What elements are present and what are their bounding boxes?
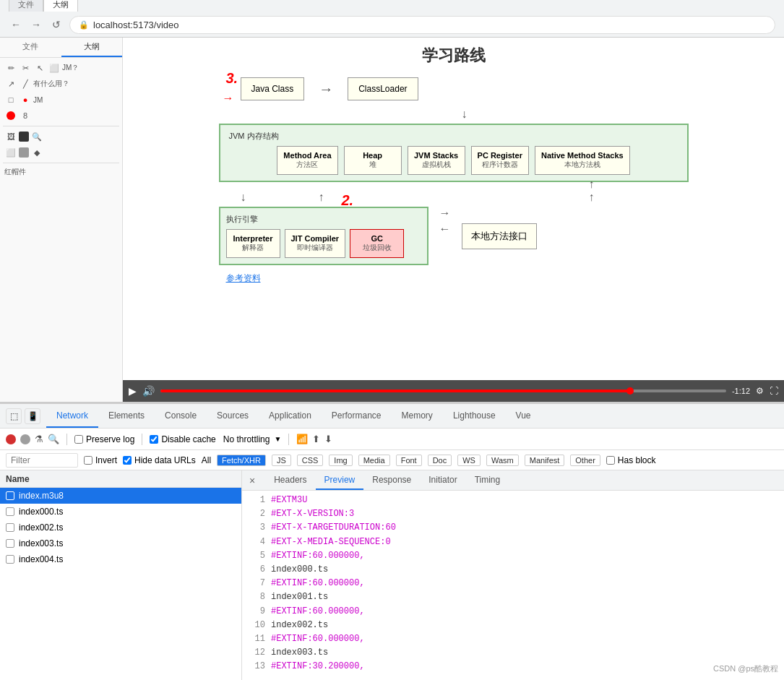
arrow-left: → (223, 92, 234, 105)
network-row-002[interactable]: index002.ts (0, 520, 241, 535)
arrow-icon[interactable]: ↗ (4, 77, 17, 90)
square-black-icon[interactable] (19, 132, 29, 142)
jvm-box-heap: Heap 堆 (344, 146, 402, 175)
checkbox-004[interactable] (6, 555, 14, 564)
response-content: 1#EXTM3U 2#EXT-X-VERSION:3 3#EXT-X-TARGE… (242, 491, 784, 676)
search-icon[interactable]: 🔍 (30, 130, 43, 143)
tab-file[interactable]: 文件 (9, 0, 43, 12)
checkbox-002[interactable] (6, 523, 14, 532)
pause-button[interactable]: ▶ (129, 385, 137, 397)
response-tab-initiator[interactable]: Initiator (420, 470, 465, 490)
disable-cache-checkbox[interactable]: Disable cache (150, 434, 215, 444)
network-row-m3u8[interactable]: index.m3u8 (0, 488, 241, 504)
sidebar: 文件 大纲 ✏ ✂ ↖ ⬜ JM？ ↗ ╱ 有什么用？ □ ● (0, 38, 123, 402)
all-filter[interactable]: All (202, 455, 211, 465)
sidebar-tab-file[interactable]: 文件 (0, 38, 61, 57)
checkbox-m3u8[interactable] (6, 491, 14, 500)
tab-console[interactable]: Console (155, 404, 207, 428)
invert-input[interactable] (84, 456, 92, 465)
network-row-000[interactable]: index000.ts (0, 504, 241, 520)
address-bar[interactable]: 🔒 localhost:5173/video (69, 16, 775, 34)
rect-icon[interactable]: □ (4, 93, 17, 106)
js-filter[interactable]: JS (272, 455, 291, 466)
diamond-icon[interactable]: ◆ (30, 146, 43, 159)
doc-filter[interactable]: Doc (428, 455, 452, 466)
tab-network[interactable]: Network (46, 404, 98, 428)
other-filter[interactable]: Other (570, 455, 600, 466)
tab-vue[interactable]: Vue (506, 404, 541, 428)
ws-filter[interactable]: WS (457, 455, 481, 466)
forward-button[interactable]: → (29, 17, 43, 32)
cursor-icon[interactable]: ↖ (33, 61, 46, 74)
wifi-icon[interactable]: 📶 (296, 434, 308, 444)
red-dot-icon[interactable] (4, 109, 17, 122)
hide-data-urls-label: Hide data URLs (134, 455, 196, 465)
response-tab-headers[interactable]: Headers (265, 470, 315, 490)
tab-performance[interactable]: Performance (322, 404, 392, 428)
device-icon[interactable]: 📱 (25, 408, 40, 424)
hide-data-urls-checkbox[interactable]: Hide data URLs (123, 455, 196, 465)
response-tab-response[interactable]: Response (363, 470, 420, 490)
image-icon[interactable]: 🖼 (4, 130, 17, 143)
tab-lighthouse[interactable]: Lighthouse (443, 404, 506, 428)
back-button[interactable]: ← (9, 17, 23, 32)
manifest-filter[interactable]: Manifest (525, 455, 565, 466)
tab-sources[interactable]: Sources (207, 404, 259, 428)
media-filter[interactable]: Media (358, 455, 390, 466)
panel-close-button[interactable]: × (245, 475, 259, 486)
progress-bar[interactable] (160, 390, 726, 392)
fullscreen-button[interactable]: ⛶ (770, 386, 778, 396)
search-icon[interactable]: 🔍 (48, 434, 59, 444)
fetch-xhr-filter[interactable]: Fetch/XHR (217, 455, 266, 466)
color-square-icon[interactable] (19, 147, 29, 158)
jvm-box-stacks: JVM Stacks 虚拟机栈 (408, 146, 465, 175)
throttle-arrow[interactable]: ▼ (274, 435, 281, 443)
invert-checkbox[interactable]: Invert (84, 455, 117, 465)
num-icon[interactable]: 8 (19, 109, 32, 122)
hide-data-urls-input[interactable] (123, 456, 132, 465)
response-tab-timing[interactable]: Timing (466, 470, 509, 490)
pencil-icon[interactable]: ✏ (4, 61, 17, 74)
network-row-003[interactable]: index003.ts (0, 535, 241, 551)
css-filter[interactable]: CSS (297, 455, 324, 466)
upload-icon[interactable]: ⬆ (312, 434, 320, 444)
has-block-input[interactable] (606, 456, 615, 465)
network-row-004[interactable]: index004.ts (0, 551, 241, 567)
inspect-icon[interactable]: ⬚ (6, 408, 22, 424)
tab-application[interactable]: Application (259, 404, 322, 428)
response-tab-preview[interactable]: Preview (316, 470, 364, 490)
refresh-button[interactable]: ↺ (49, 17, 64, 32)
time-display: -1:12 (732, 387, 750, 395)
preserve-log-input[interactable] (74, 435, 83, 444)
scissors-icon[interactable]: ✂ (19, 61, 32, 74)
circle-icon[interactable]: ● (19, 93, 32, 106)
checkbox-003[interactable] (6, 539, 14, 548)
volume-button[interactable]: 🔊 (142, 385, 155, 397)
disable-cache-input[interactable] (150, 435, 158, 444)
preserve-log-checkbox[interactable]: Preserve log (74, 434, 134, 444)
throttle-select[interactable]: No throttling (223, 434, 270, 444)
filter-icon[interactable]: ⚗ (35, 434, 43, 444)
devtools-toolbar: ⚗ 🔍 Preserve log Disable cache No thrott… (0, 429, 784, 450)
stop-button[interactable] (20, 434, 30, 444)
eraser-icon[interactable]: ⬜ (48, 61, 61, 74)
filter-input[interactable] (6, 453, 78, 468)
sidebar-tab-outline[interactable]: 大纲 (61, 38, 123, 57)
settings-button[interactable]: ⚙ (756, 386, 764, 396)
tab-elements[interactable]: Elements (98, 404, 155, 428)
font-filter[interactable]: Font (396, 455, 422, 466)
download-icon[interactable]: ⬇ (324, 434, 332, 444)
has-block-checkbox[interactable]: Has block (606, 455, 656, 465)
img-filter[interactable]: Img (329, 455, 352, 466)
ref-link[interactable]: 参考资料 (219, 272, 689, 285)
record-button[interactable] (6, 434, 16, 444)
wasm-filter[interactable]: Wasm (486, 455, 519, 466)
line-icon[interactable]: ╱ (19, 77, 32, 90)
file-003: index003.ts (19, 538, 63, 548)
browser-nav: ← → ↺ 🔒 localhost:5173/video (0, 12, 784, 38)
tab-outline[interactable]: 大纲 (43, 0, 78, 12)
checkbox-000[interactable] (6, 507, 14, 516)
nav-icon[interactable]: ⬜ (4, 146, 17, 159)
tab-memory[interactable]: Memory (392, 404, 443, 428)
tool-divider-2 (3, 163, 119, 163)
